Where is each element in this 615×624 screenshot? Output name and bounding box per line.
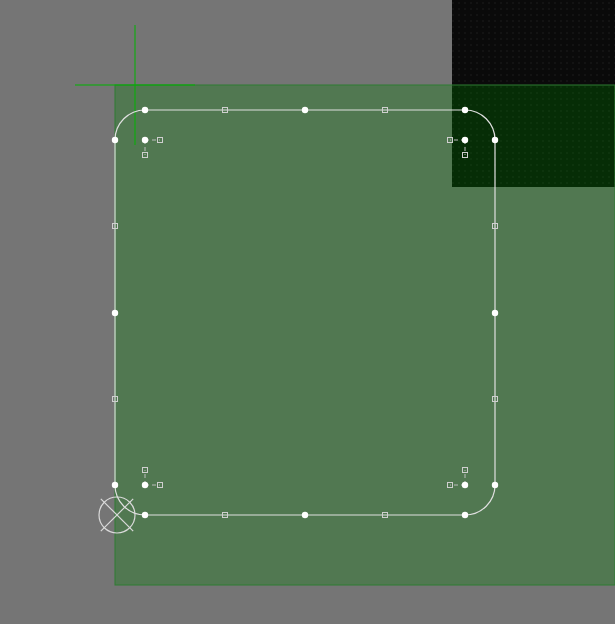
viewport-3d[interactable] bbox=[0, 0, 615, 624]
scene-svg[interactable] bbox=[0, 0, 615, 624]
control-point[interactable] bbox=[492, 310, 498, 316]
control-point[interactable] bbox=[462, 137, 468, 143]
control-point[interactable] bbox=[462, 482, 468, 488]
control-point[interactable] bbox=[112, 137, 118, 143]
control-point[interactable] bbox=[492, 137, 498, 143]
control-point[interactable] bbox=[462, 512, 468, 518]
control-point[interactable] bbox=[462, 107, 468, 113]
control-point[interactable] bbox=[492, 482, 498, 488]
control-point[interactable] bbox=[112, 310, 118, 316]
control-point[interactable] bbox=[302, 512, 308, 518]
control-point[interactable] bbox=[142, 137, 148, 143]
selection-overlay bbox=[115, 85, 615, 585]
control-point[interactable] bbox=[142, 107, 148, 113]
control-point[interactable] bbox=[112, 482, 118, 488]
control-point[interactable] bbox=[142, 512, 148, 518]
control-point[interactable] bbox=[142, 482, 148, 488]
control-point[interactable] bbox=[302, 107, 308, 113]
